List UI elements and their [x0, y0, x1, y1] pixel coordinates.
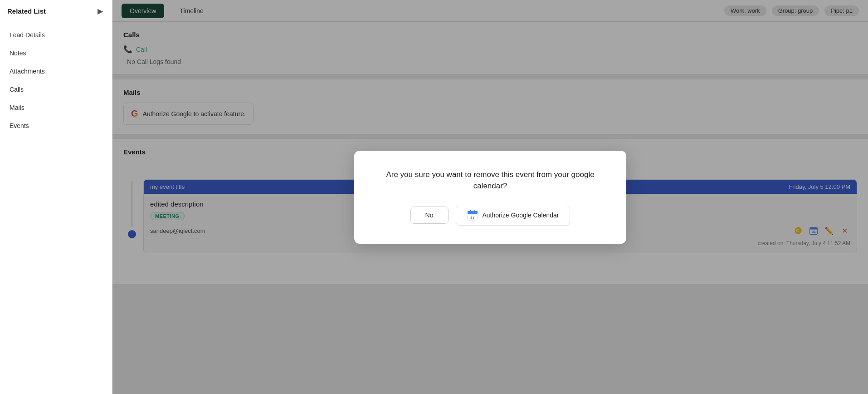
authorize-google-calendar-button[interactable]: 31 Authorize Google Calendar: [456, 205, 571, 226]
svg-rect-9: [468, 211, 478, 212]
dialog-actions: No 31 Authorize Google Calendar: [410, 205, 571, 226]
dialog-message: Are you sure you want to remove this eve…: [376, 169, 605, 192]
modal-overlay: Are you sure you want to remove this eve…: [112, 0, 868, 394]
sidebar-item-events[interactable]: Events: [0, 117, 112, 135]
sidebar-title: Related List: [7, 7, 46, 15]
sidebar-item-mails[interactable]: Mails: [0, 98, 112, 117]
sidebar-item-lead-details[interactable]: Lead Details: [0, 26, 112, 44]
sidebar: Related List ▶ Lead Details Notes Attach…: [0, 0, 112, 394]
sidebar-item-notes[interactable]: Notes: [0, 44, 112, 62]
no-button[interactable]: No: [410, 207, 449, 224]
gcal-dialog-icon: 31: [467, 210, 478, 221]
svg-text:31: 31: [470, 216, 474, 220]
main-area: Overview Timeline Work: work Group: grou…: [112, 0, 868, 394]
dialog: Are you sure you want to remove this eve…: [354, 151, 626, 244]
sidebar-item-attachments[interactable]: Attachments: [0, 62, 112, 80]
sidebar-nav: Lead Details Notes Attachments Calls Mai…: [0, 22, 112, 138]
sidebar-header: Related List ▶: [0, 0, 112, 22]
sidebar-item-calls[interactable]: Calls: [0, 80, 112, 98]
authorize-button-label: Authorize Google Calendar: [483, 212, 559, 219]
sidebar-toggle-icon[interactable]: ▶: [96, 6, 105, 15]
